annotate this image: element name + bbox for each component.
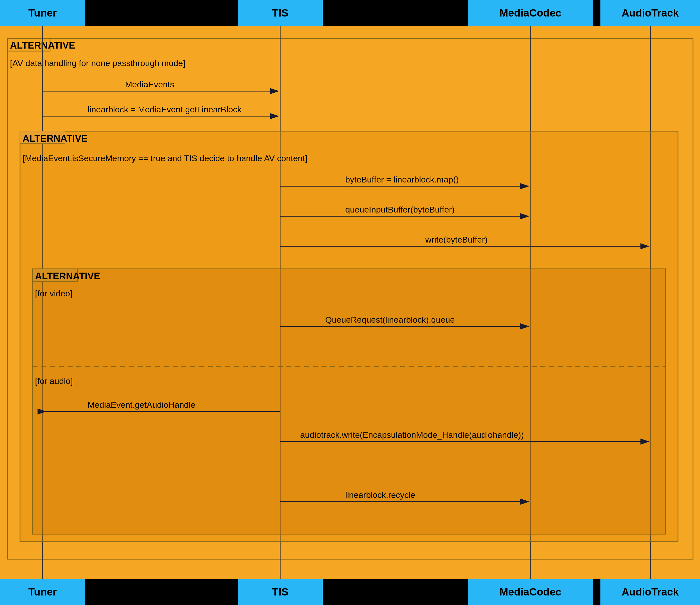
alt1-condition: [AV data handling for none passthrough m…: [10, 58, 185, 68]
arrow9-label: linearblock.recycle: [345, 490, 415, 500]
tuner-footer-label: Tuner: [28, 586, 57, 598]
alt3-label: ALTERNATIVE: [35, 271, 100, 281]
svg-marker-11: [20, 131, 65, 144]
svg-rect-10: [20, 131, 678, 542]
lifeline-header-tis: TIS: [238, 0, 323, 26]
diagram-area: ALTERNATIVE [AV data handling for none p…: [0, 26, 700, 579]
lifeline-footer-audiotrack: AudioTrack: [600, 579, 700, 605]
lifeline-header-audiotrack: AudioTrack: [600, 0, 700, 26]
lifeline-footer-tuner: Tuner: [0, 579, 85, 605]
arrow4-label: queueInputBuffer(byteBuffer): [345, 205, 455, 214]
sequence-diagram-svg: ALTERNATIVE [AV data handling for none p…: [0, 26, 700, 579]
alt2-condition: [MediaEvent.isSecureMemory == true and T…: [23, 153, 307, 163]
svg-marker-16: [32, 269, 78, 281]
alt3-condition-video: [for video]: [35, 289, 72, 298]
tuner-label: Tuner: [28, 7, 57, 19]
alt2-label: ALTERNATIVE: [23, 133, 88, 144]
arrow1-label: MediaEvents: [125, 80, 174, 89]
arrow2-label: linearblock = MediaEvent.getLinearBlock: [88, 105, 242, 114]
tis-footer-label: TIS: [272, 586, 288, 598]
svg-rect-15: [32, 269, 666, 534]
arrow7-label: MediaEvent.getAudioHandle: [88, 400, 195, 410]
diagram-container: Tuner TIS MediaCodec AudioTrack ALTERNAT: [0, 0, 700, 605]
lifeline-footer-tis: TIS: [238, 579, 323, 605]
alt3-condition-audio: [for audio]: [35, 376, 73, 386]
mediacodec-label: MediaCodec: [499, 7, 561, 19]
arrow8-label: audiotrack.write(EncapsulationMode_Handl…: [300, 430, 524, 439]
mediacodec-footer-label: MediaCodec: [499, 586, 561, 598]
arrow3-label: byteBuffer = linearblock.map(): [345, 175, 459, 184]
lifeline-header-mediacodec: MediaCodec: [468, 0, 593, 26]
lifeline-header-tuner: Tuner: [0, 0, 85, 26]
audiotrack-footer-label: AudioTrack: [622, 586, 679, 598]
tis-label: TIS: [272, 7, 288, 19]
arrow6-label: QueueRequest(linearblock).queue: [325, 315, 455, 324]
svg-marker-3: [7, 39, 50, 51]
svg-rect-2: [7, 39, 693, 559]
alt1-label: ALTERNATIVE: [10, 40, 75, 51]
lifeline-footer-mediacodec: MediaCodec: [468, 579, 593, 605]
arrow5-label: write(byteBuffer): [425, 235, 488, 244]
audiotrack-label: AudioTrack: [622, 7, 679, 19]
